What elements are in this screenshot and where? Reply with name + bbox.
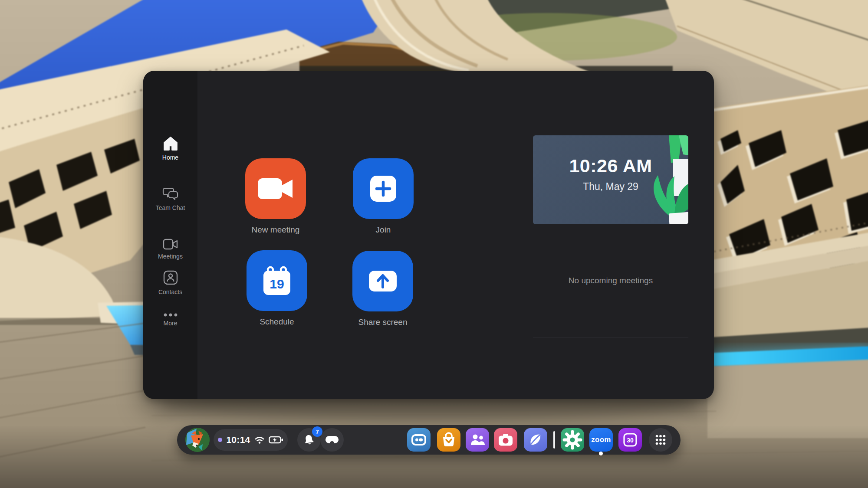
dock-separator xyxy=(553,431,555,449)
system-dock: 10:14 7 xyxy=(177,425,681,455)
browser-leaf-icon xyxy=(524,428,547,452)
notifications-button[interactable]: 7 xyxy=(297,428,321,452)
action-schedule[interactable]: 19 Schedule xyxy=(247,250,307,327)
sidebar-item-label: More xyxy=(155,320,186,327)
explore-icon xyxy=(407,428,431,452)
sidebar-item-team-chat[interactable]: Team Chat xyxy=(143,187,197,212)
sidebar-item-home[interactable]: Home xyxy=(143,136,197,161)
calendar-day-number: 30 xyxy=(627,437,634,444)
action-label: New meeting xyxy=(232,225,319,235)
new-meeting-camera-icon xyxy=(257,177,294,200)
headset-quick-settings-button[interactable] xyxy=(320,428,344,452)
wifi-icon xyxy=(254,436,265,444)
share-screen-icon xyxy=(368,270,398,292)
action-share-screen[interactable]: Share screen xyxy=(352,251,413,327)
more-icon xyxy=(163,313,178,317)
sidebar-item-contacts[interactable]: Contacts xyxy=(143,269,197,296)
app-icon-store[interactable] xyxy=(437,428,460,452)
camera-icon xyxy=(494,428,517,452)
contacts-icon xyxy=(162,269,179,286)
zoom-logo-text: zoom xyxy=(591,436,611,444)
app-icon-people[interactable] xyxy=(466,428,489,452)
no-upcoming-meetings-text: No upcoming meetings xyxy=(533,224,688,337)
schedule-calendar-icon: 19 xyxy=(263,265,291,296)
gear-icon xyxy=(561,428,584,452)
action-label: Schedule xyxy=(233,317,320,327)
sidebar-item-label: Home xyxy=(155,154,186,161)
join-plus-icon xyxy=(369,175,397,203)
user-avatar[interactable] xyxy=(185,428,210,452)
sidebar-item-label: Contacts xyxy=(155,288,186,296)
team-chat-icon xyxy=(162,187,179,202)
app-icon-camera[interactable] xyxy=(494,428,517,452)
schedule-day-number: 19 xyxy=(270,277,284,291)
sidebar-item-label: Meetings xyxy=(155,253,186,260)
quick-status-pill[interactable]: 10:14 xyxy=(214,429,288,451)
status-indicator-dot xyxy=(218,438,222,442)
app-icon-explore[interactable] xyxy=(407,428,431,452)
sidebar-item-more[interactable]: More xyxy=(143,313,197,327)
battery-charging-icon xyxy=(269,436,283,444)
clock-time: 10:26 AM xyxy=(533,155,688,177)
app-icon-settings[interactable] xyxy=(561,428,584,452)
action-join[interactable]: Join xyxy=(353,158,414,235)
vr-headset-icon xyxy=(325,434,339,445)
app-icon-calendar[interactable]: 30 xyxy=(618,428,642,452)
zoom-sidebar: Home Team Chat Meetings Contacts xyxy=(143,71,197,399)
home-icon xyxy=(163,136,178,151)
app-library-button[interactable] xyxy=(649,428,672,452)
clock-date: Thu, May 29 xyxy=(533,181,688,193)
sidebar-item-meetings[interactable]: Meetings xyxy=(143,238,197,260)
home-widget-panel: 10:26 AM Thu, May 29 No upcoming meeting… xyxy=(533,135,688,337)
dock-clock: 10:14 xyxy=(226,435,250,445)
zoom-app-window: Home Team Chat Meetings Contacts xyxy=(143,71,714,399)
fox-avatar-illustration xyxy=(185,428,210,452)
store-bag-icon xyxy=(437,428,460,452)
apps-grid-icon xyxy=(649,428,672,452)
zoom-active-indicator-dot xyxy=(599,452,603,455)
meetings-icon xyxy=(163,238,178,250)
zoom-home-screen: New meeting Join 19 Schedu xyxy=(197,71,714,399)
action-label: Join xyxy=(340,225,427,235)
people-icon xyxy=(466,428,489,452)
sidebar-item-label: Team Chat xyxy=(155,204,186,212)
app-icon-zoom[interactable]: zoom xyxy=(589,428,613,452)
calendar-30-icon: 30 xyxy=(618,428,642,452)
action-new-meeting[interactable]: New meeting xyxy=(245,158,306,235)
app-icon-browser[interactable] xyxy=(524,428,547,452)
action-label: Share screen xyxy=(339,318,426,327)
plant-illustration xyxy=(628,135,688,224)
clock-widget: 10:26 AM Thu, May 29 xyxy=(533,135,688,224)
